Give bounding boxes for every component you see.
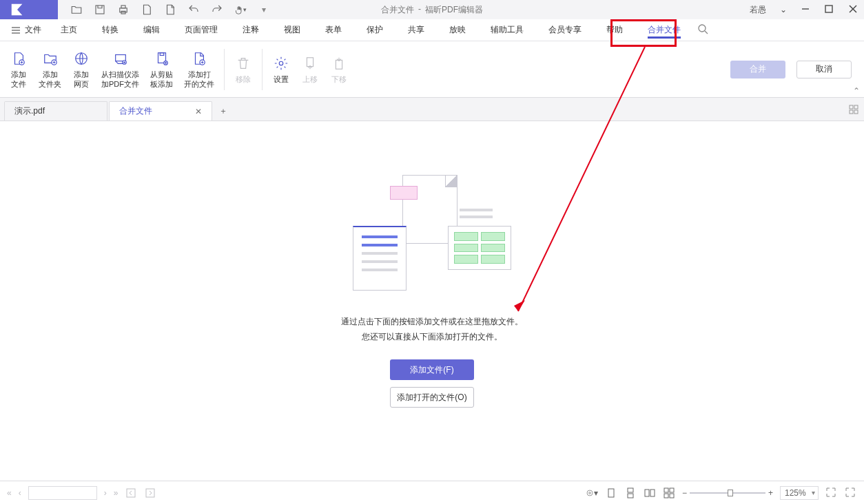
- menu-会员专享[interactable]: 会员专享: [536, 19, 594, 41]
- page-number-input[interactable]: [28, 486, 97, 500]
- facing-page-icon[interactable]: [644, 487, 656, 499]
- svg-rect-43: [670, 494, 674, 498]
- continuous-facing-icon[interactable]: [663, 487, 675, 499]
- ribbon-icon: [41, 50, 59, 67]
- ribbon-添加网页[interactable]: 添加网页: [67, 41, 96, 97]
- svg-rect-36: [628, 488, 633, 492]
- zoom-value[interactable]: 125%: [780, 486, 819, 500]
- fit-page-icon[interactable]: [825, 487, 838, 499]
- menu-注释[interactable]: 注释: [230, 19, 271, 41]
- ribbon-添加打开的文件[interactable]: 添加打开的文件: [178, 41, 220, 97]
- search-icon[interactable]: [697, 23, 708, 36]
- menu-辅助工具[interactable]: 辅助工具: [478, 19, 536, 41]
- menu-编辑[interactable]: 编辑: [131, 19, 172, 41]
- minimize-button[interactable]: [801, 4, 810, 16]
- zoom-slider[interactable]: − +: [682, 488, 773, 498]
- next-page-icon[interactable]: ›: [104, 488, 107, 498]
- menu-放映[interactable]: 放映: [437, 19, 478, 41]
- svg-line-12: [705, 31, 708, 34]
- illustration: [353, 175, 511, 299]
- ribbon-icon: [112, 50, 130, 67]
- prev-page-icon[interactable]: ‹: [19, 488, 21, 498]
- redo-icon[interactable]: [211, 3, 223, 16]
- view-tabs-icon[interactable]: [849, 105, 858, 116]
- svg-point-34: [589, 492, 591, 494]
- menu-视图[interactable]: 视图: [271, 19, 313, 41]
- title-app: 福昕PDF编辑器: [425, 4, 483, 16]
- new-doc-icon[interactable]: [164, 3, 176, 16]
- read-mode-icon[interactable]: ▾: [586, 487, 598, 499]
- page-nav-fwd-icon[interactable]: [144, 487, 156, 499]
- single-page-icon[interactable]: [605, 487, 617, 499]
- blank-doc-icon[interactable]: [141, 3, 153, 16]
- menu-保护[interactable]: 保护: [354, 19, 395, 41]
- fullscreen-icon[interactable]: [845, 487, 857, 499]
- tab-演示.pdf[interactable]: 演示.pdf: [4, 101, 107, 120]
- merge-drop-area[interactable]: 通过点击下面的按钮添加文件或在这里拖放文件。 您还可以直接从下面添加打开的文件。…: [0, 121, 864, 461]
- title-bar: ▾ ▾ 合并文件 - 福昕PDF编辑器 若愚 ⌄: [0, 0, 864, 19]
- ribbon-icon: [301, 54, 319, 72]
- save-icon[interactable]: [94, 3, 106, 16]
- quick-access-toolbar: ▾ ▾: [58, 3, 270, 16]
- zoom-out-icon[interactable]: −: [682, 488, 687, 498]
- instruction-text: 通过点击下面的按钮添加文件或在这里拖放文件。 您还可以直接从下面添加打开的文件。: [341, 314, 523, 344]
- ribbon-icon: [153, 50, 171, 67]
- svg-rect-24: [336, 60, 342, 69]
- ribbon-从剪贴板添加[interactable]: 从剪贴板添加: [145, 41, 178, 97]
- cancel-button[interactable]: 取消: [796, 61, 852, 78]
- hand-tool-icon[interactable]: ▾: [234, 3, 247, 16]
- menu-页面管理[interactable]: 页面管理: [172, 19, 230, 41]
- svg-rect-38: [645, 490, 649, 496]
- menu-转换[interactable]: 转换: [90, 19, 131, 41]
- svg-rect-5: [825, 6, 832, 12]
- ribbon-下移: 下移: [325, 41, 353, 97]
- user-name[interactable]: 若愚: [750, 4, 766, 16]
- menu-主页[interactable]: 主页: [48, 19, 90, 41]
- svg-rect-37: [628, 494, 633, 498]
- svg-rect-2: [121, 6, 125, 8]
- svg-rect-27: [850, 110, 853, 114]
- app-logo: [0, 0, 58, 19]
- ribbon-从扫描仪添加PDF文件[interactable]: 从扫描仪添加PDF文件: [96, 41, 145, 97]
- ribbon-icon: [272, 54, 290, 72]
- user-dropdown-icon[interactable]: ⌄: [780, 5, 787, 14]
- svg-rect-26: [854, 105, 858, 109]
- qat-dropdown-icon[interactable]: ▾: [258, 3, 270, 16]
- add-open-files-button[interactable]: 添加打开的文件(O): [390, 387, 474, 408]
- ribbon-icon: [330, 54, 348, 72]
- add-files-button[interactable]: 添加文件(F): [390, 359, 474, 380]
- ribbon-toolbar: 添加文件添加文件夹添加网页从扫描仪添加PDF文件从剪贴板添加添加打开的文件移除设…: [0, 41, 864, 98]
- undo-icon[interactable]: [187, 3, 200, 16]
- zoom-in-icon[interactable]: +: [768, 488, 773, 498]
- page-nav-back-icon[interactable]: [125, 487, 137, 499]
- first-page-icon[interactable]: «: [7, 488, 12, 498]
- menu-共享[interactable]: 共享: [395, 19, 437, 41]
- ribbon-设置[interactable]: 设置: [267, 41, 296, 97]
- print-icon[interactable]: [117, 3, 130, 16]
- menu-表单[interactable]: 表单: [313, 19, 354, 41]
- svg-point-33: [587, 490, 593, 496]
- close-tab-icon[interactable]: ✕: [195, 107, 202, 116]
- svg-rect-40: [664, 488, 668, 492]
- ribbon-添加文件夹[interactable]: 添加文件夹: [33, 41, 67, 97]
- close-button[interactable]: [847, 3, 858, 17]
- svg-rect-28: [854, 110, 858, 114]
- tab-合并文件[interactable]: 合并文件✕: [109, 101, 212, 120]
- menu-帮助[interactable]: 帮助: [594, 19, 635, 41]
- new-tab-button[interactable]: ＋: [214, 101, 233, 120]
- menu-bar: 文件 主页转换编辑页面管理注释视图表单保护共享放映辅助工具会员专享帮助合并文件: [0, 19, 864, 41]
- svg-rect-19: [160, 53, 164, 56]
- ribbon-icon: [190, 50, 208, 67]
- menu-file[interactable]: 文件: [4, 24, 48, 36]
- window-controls: 若愚 ⌄: [750, 3, 858, 17]
- last-page-icon[interactable]: »: [114, 488, 119, 498]
- document-tab-bar: 演示.pdf合并文件✕ ＋: [0, 98, 864, 121]
- ribbon-添加文件[interactable]: 添加文件: [4, 41, 33, 97]
- svg-rect-25: [850, 105, 853, 109]
- collapse-ribbon-icon[interactable]: ⌃: [853, 86, 860, 96]
- menu-合并文件[interactable]: 合并文件: [635, 19, 693, 41]
- open-icon[interactable]: [70, 3, 83, 16]
- maximize-button[interactable]: [824, 4, 834, 16]
- continuous-page-icon[interactable]: [624, 487, 637, 499]
- window-title: 合并文件 - 福昕PDF编辑器: [381, 4, 483, 16]
